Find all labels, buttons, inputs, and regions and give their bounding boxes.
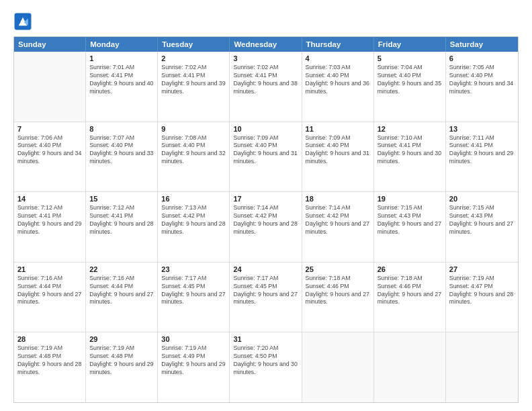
- day-info: Sunrise: 7:19 AMSunset: 4:48 PMDaylight:…: [89, 345, 154, 377]
- calendar-cell: 31Sunrise: 7:20 AMSunset: 4:50 PMDayligh…: [230, 332, 302, 402]
- day-info: Sunrise: 7:19 AMSunset: 4:49 PMDaylight:…: [161, 345, 226, 377]
- calendar-cell: [374, 332, 446, 402]
- calendar-cell: [302, 332, 374, 402]
- calendar-cell: 29Sunrise: 7:19 AMSunset: 4:48 PMDayligh…: [86, 332, 158, 402]
- day-info: Sunrise: 7:05 AMSunset: 4:40 PMDaylight:…: [449, 64, 515, 96]
- calendar-cell: 13Sunrise: 7:11 AMSunset: 4:41 PMDayligh…: [446, 122, 518, 192]
- calendar-cell: 22Sunrise: 7:16 AMSunset: 4:44 PMDayligh…: [86, 263, 158, 332]
- day-info: Sunrise: 7:09 AMSunset: 4:40 PMDaylight:…: [306, 134, 370, 167]
- logo-icon: [13, 12, 32, 31]
- calendar-cell: 17Sunrise: 7:14 AMSunset: 4:42 PMDayligh…: [230, 192, 302, 262]
- day-number: 14: [17, 195, 82, 203]
- day-info: Sunrise: 7:03 AMSunset: 4:40 PMDaylight:…: [306, 64, 370, 96]
- day-number: 7: [17, 125, 82, 133]
- calendar-cell: [446, 332, 518, 402]
- calendar-cell: 10Sunrise: 7:09 AMSunset: 4:40 PMDayligh…: [230, 122, 302, 192]
- day-number: 21: [17, 265, 82, 273]
- day-info: Sunrise: 7:12 AMSunset: 4:41 PMDaylight:…: [89, 204, 154, 236]
- day-info: Sunrise: 7:14 AMSunset: 4:42 PMDaylight:…: [233, 204, 298, 236]
- day-number: 6: [449, 54, 515, 62]
- day-number: 10: [233, 125, 298, 133]
- day-number: 2: [161, 54, 226, 62]
- logo: [13, 12, 35, 31]
- day-info: Sunrise: 7:18 AMSunset: 4:46 PMDaylight:…: [306, 275, 370, 307]
- day-info: Sunrise: 7:19 AMSunset: 4:48 PMDaylight:…: [17, 345, 82, 377]
- day-info: Sunrise: 7:04 AMSunset: 4:40 PMDaylight:…: [378, 64, 442, 96]
- day-number: 27: [449, 265, 515, 273]
- day-number: 29: [89, 335, 154, 343]
- day-info: Sunrise: 7:16 AMSunset: 4:44 PMDaylight:…: [17, 275, 82, 307]
- calendar-row-4: 21Sunrise: 7:16 AMSunset: 4:44 PMDayligh…: [14, 262, 518, 332]
- calendar-cell: 6Sunrise: 7:05 AMSunset: 4:40 PMDaylight…: [446, 52, 518, 122]
- calendar-cell: 1Sunrise: 7:01 AMSunset: 4:41 PMDaylight…: [86, 52, 158, 122]
- day-info: Sunrise: 7:08 AMSunset: 4:40 PMDaylight:…: [161, 134, 226, 167]
- calendar-cell: 30Sunrise: 7:19 AMSunset: 4:49 PMDayligh…: [158, 332, 230, 402]
- day-info: Sunrise: 7:17 AMSunset: 4:45 PMDaylight:…: [233, 275, 298, 307]
- header-thursday: Thursday: [302, 37, 374, 52]
- day-info: Sunrise: 7:02 AMSunset: 4:41 PMDaylight:…: [233, 64, 298, 96]
- calendar-row-2: 7Sunrise: 7:06 AMSunset: 4:40 PMDaylight…: [14, 122, 518, 192]
- header: [13, 12, 519, 31]
- day-number: 24: [233, 265, 298, 273]
- day-number: 20: [449, 195, 515, 203]
- day-info: Sunrise: 7:15 AMSunset: 4:43 PMDaylight:…: [449, 204, 515, 236]
- calendar-row-5: 28Sunrise: 7:19 AMSunset: 4:48 PMDayligh…: [14, 332, 518, 402]
- calendar-cell: 20Sunrise: 7:15 AMSunset: 4:43 PMDayligh…: [446, 192, 518, 262]
- day-number: 25: [306, 265, 370, 273]
- day-info: Sunrise: 7:09 AMSunset: 4:40 PMDaylight:…: [233, 134, 298, 167]
- day-number: 4: [306, 54, 370, 62]
- day-number: 17: [233, 195, 298, 203]
- calendar-cell: 21Sunrise: 7:16 AMSunset: 4:44 PMDayligh…: [14, 263, 86, 332]
- day-info: Sunrise: 7:14 AMSunset: 4:42 PMDaylight:…: [306, 204, 370, 236]
- calendar-cell: 26Sunrise: 7:18 AMSunset: 4:46 PMDayligh…: [374, 263, 446, 332]
- day-info: Sunrise: 7:06 AMSunset: 4:40 PMDaylight:…: [17, 134, 82, 167]
- calendar-row-3: 14Sunrise: 7:12 AMSunset: 4:41 PMDayligh…: [14, 191, 518, 262]
- calendar-cell: 14Sunrise: 7:12 AMSunset: 4:41 PMDayligh…: [14, 192, 86, 262]
- day-number: 26: [378, 265, 442, 273]
- calendar: Sunday Monday Tuesday Wednesday Thursday…: [13, 36, 519, 403]
- header-sunday: Sunday: [14, 37, 86, 52]
- day-number: 3: [233, 54, 298, 62]
- calendar-cell: 18Sunrise: 7:14 AMSunset: 4:42 PMDayligh…: [302, 192, 374, 262]
- calendar-cell: 9Sunrise: 7:08 AMSunset: 4:40 PMDaylight…: [158, 122, 230, 192]
- calendar-header: Sunday Monday Tuesday Wednesday Thursday…: [14, 37, 518, 52]
- calendar-cell: 19Sunrise: 7:15 AMSunset: 4:43 PMDayligh…: [374, 192, 446, 262]
- calendar-row-1: 1Sunrise: 7:01 AMSunset: 4:41 PMDaylight…: [14, 52, 518, 122]
- day-info: Sunrise: 7:15 AMSunset: 4:43 PMDaylight:…: [378, 204, 442, 236]
- day-info: Sunrise: 7:18 AMSunset: 4:46 PMDaylight:…: [378, 275, 442, 307]
- calendar-cell: 24Sunrise: 7:17 AMSunset: 4:45 PMDayligh…: [230, 263, 302, 332]
- header-tuesday: Tuesday: [158, 37, 230, 52]
- day-info: Sunrise: 7:13 AMSunset: 4:42 PMDaylight:…: [161, 204, 226, 236]
- day-info: Sunrise: 7:01 AMSunset: 4:41 PMDaylight:…: [89, 64, 154, 96]
- calendar-cell: 12Sunrise: 7:10 AMSunset: 4:41 PMDayligh…: [374, 122, 446, 192]
- day-number: 12: [378, 125, 442, 133]
- calendar-cell: 28Sunrise: 7:19 AMSunset: 4:48 PMDayligh…: [14, 332, 86, 402]
- header-friday: Friday: [374, 37, 446, 52]
- day-info: Sunrise: 7:16 AMSunset: 4:44 PMDaylight:…: [89, 275, 154, 307]
- day-info: Sunrise: 7:07 AMSunset: 4:40 PMDaylight:…: [89, 134, 154, 167]
- day-info: Sunrise: 7:02 AMSunset: 4:41 PMDaylight:…: [161, 64, 226, 96]
- calendar-cell: 27Sunrise: 7:19 AMSunset: 4:47 PMDayligh…: [446, 263, 518, 332]
- day-number: 30: [161, 335, 226, 343]
- day-number: 28: [17, 335, 82, 343]
- header-wednesday: Wednesday: [230, 37, 302, 52]
- day-info: Sunrise: 7:10 AMSunset: 4:41 PMDaylight:…: [378, 134, 442, 167]
- day-number: 5: [378, 54, 442, 62]
- day-info: Sunrise: 7:17 AMSunset: 4:45 PMDaylight:…: [161, 275, 226, 307]
- header-monday: Monday: [86, 37, 158, 52]
- day-number: 23: [161, 265, 226, 273]
- day-number: 9: [161, 125, 226, 133]
- calendar-cell: 2Sunrise: 7:02 AMSunset: 4:41 PMDaylight…: [158, 52, 230, 122]
- day-info: Sunrise: 7:12 AMSunset: 4:41 PMDaylight:…: [17, 204, 82, 236]
- day-number: 8: [89, 125, 154, 133]
- calendar-cell: 11Sunrise: 7:09 AMSunset: 4:40 PMDayligh…: [302, 122, 374, 192]
- calendar-cell: 16Sunrise: 7:13 AMSunset: 4:42 PMDayligh…: [158, 192, 230, 262]
- day-number: 11: [306, 125, 370, 133]
- day-number: 31: [233, 335, 298, 343]
- day-number: 13: [449, 125, 515, 133]
- calendar-cell: [14, 52, 86, 122]
- calendar-cell: 15Sunrise: 7:12 AMSunset: 4:41 PMDayligh…: [86, 192, 158, 262]
- day-number: 18: [306, 195, 370, 203]
- page: Sunday Monday Tuesday Wednesday Thursday…: [0, 0, 532, 411]
- day-number: 22: [89, 265, 154, 273]
